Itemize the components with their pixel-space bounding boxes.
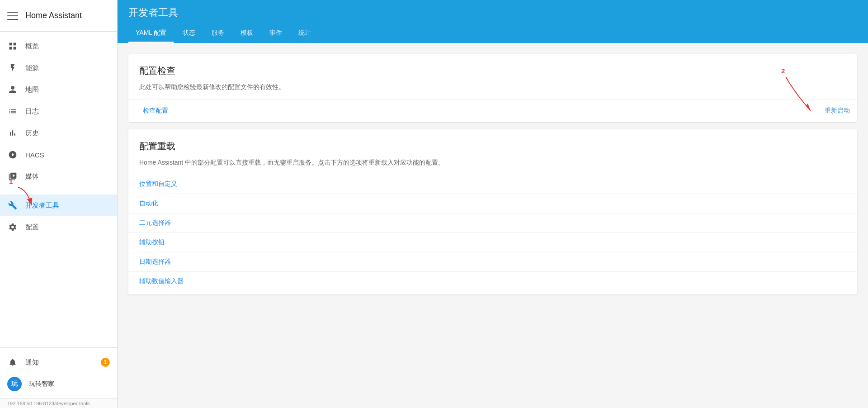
check-config-button[interactable]: 检查配置 [139,103,172,119]
config-reload-title: 配置重载 [139,140,846,152]
sidebar-item-logs[interactable]: 日志 [0,100,117,122]
tab-services[interactable]: 服务 [204,25,231,43]
sidebar-item-devtools[interactable]: 开发者工具 [0,195,117,216]
tab-states[interactable]: 状态 [175,25,203,43]
reload-item-5[interactable]: 辅助数值输入器 [128,272,857,291]
sidebar-item-history[interactable]: 历史 [0,122,117,144]
menu-icon[interactable] [7,10,18,21]
history-icon [7,128,18,138]
svg-rect-2 [9,47,12,50]
gear-icon [7,222,18,232]
tab-bar: YAML 配置 状态 服务 模板 事件 统计 [118,25,868,43]
person-icon [7,84,18,95]
avatar: 玩 [7,377,22,391]
sidebar-item-overview-label: 概览 [25,42,39,51]
reload-item-4[interactable]: 日期选择器 [128,252,857,272]
page-header: 开发者工具 [118,0,868,25]
reload-list: 位置和自定义 自动化 二元选择器 辅助按钮 日期选择器 辅助数值输入器 [128,175,857,294]
sidebar-item-devtools-label: 开发者工具 [25,201,59,210]
play-icon [7,171,18,182]
bolt-icon [7,62,18,73]
sidebar-item-media-label: 媒体 [25,172,39,181]
sidebar-header: Home Assistant [0,0,117,32]
tab-templates[interactable]: 模板 [233,25,260,43]
tab-statistics[interactable]: 统计 [291,25,318,43]
svg-rect-3 [14,47,16,50]
sidebar-item-energy-label: 能源 [25,64,39,72]
tab-events[interactable]: 事件 [262,25,289,43]
reload-item-2[interactable]: 二元选择器 [128,213,857,233]
content-area: 配置检查 此处可以帮助您检验最新修改的配置文件的有效性。 检查配置 2 [118,43,868,408]
sidebar-item-map-label: 地图 [25,85,39,94]
sidebar: Home Assistant 概览 能源 [0,0,118,408]
sidebar-item-history-label: 历史 [25,129,39,138]
app-title: Home Assistant [25,11,82,20]
sidebar-item-hacs-label: HACS [25,151,44,159]
reload-item-3[interactable]: 辅助按钮 [128,233,857,252]
user-label: 玩转智家 [29,380,54,388]
page-title: 开发者工具 [128,6,178,19]
status-bar: 192.168.50.186:8123/developer-tools [0,399,117,408]
sidebar-bottom: 通知 1 玩 玩转智家 [0,347,117,399]
reload-item-1[interactable]: 自动化 [128,194,857,213]
notification-badge: 1 [101,358,110,367]
sidebar-item-media[interactable]: 媒体 [0,166,117,187]
config-reload-card: 配置重载 Home Assistant 中的部分配置可以直接重载，而无需重启服务… [128,129,857,294]
tab-yaml[interactable]: YAML 配置 [128,25,174,43]
sidebar-user[interactable]: 玩 玩转智家 [0,373,117,395]
sidebar-item-hacs[interactable]: HACS [0,144,117,166]
bell-icon [7,357,18,368]
hacs-icon [7,149,18,160]
config-check-card: 配置检查 此处可以帮助您检验最新修改的配置文件的有效性。 检查配置 2 [128,54,857,122]
restart-area: 2 重新启动 [821,103,854,119]
sidebar-nav: 概览 能源 地图 [0,32,117,347]
config-reload-body: 配置重载 Home Assistant 中的部分配置可以直接重载，而无需重启服务… [128,129,857,175]
config-check-body: 配置检查 此处可以帮助您检验最新修改的配置文件的有效性。 [128,54,857,99]
list-icon [7,106,18,117]
config-check-desc: 此处可以帮助您检验最新修改的配置文件的有效性。 [139,82,846,92]
sidebar-item-notifications-label: 通知 [25,358,39,367]
wrench-icon [7,200,18,211]
grid-icon [7,41,18,52]
sidebar-item-energy[interactable]: 能源 [0,57,117,79]
sidebar-item-logs-label: 日志 [25,107,39,116]
reload-item-0[interactable]: 位置和自定义 [128,175,857,194]
config-check-title: 配置检查 [139,65,846,77]
config-check-actions: 检查配置 2 重新启动 [128,99,857,122]
restart-button[interactable]: 重新启动 [821,103,854,119]
sidebar-item-map[interactable]: 地图 [0,79,117,100]
sidebar-item-config-label: 配置 [25,223,39,232]
main-content: 开发者工具 YAML 配置 状态 服务 模板 事件 统计 配置检查 此处可以帮助… [118,0,868,408]
svg-rect-1 [14,43,16,46]
sidebar-item-overview[interactable]: 概览 [0,35,117,57]
sidebar-item-notifications[interactable]: 通知 1 [0,351,117,373]
svg-rect-0 [9,43,12,46]
config-reload-desc: Home Assistant 中的部分配置可以直接重载，而无需重启服务。点击下方… [139,158,846,167]
sidebar-item-config[interactable]: 配置 [0,216,117,238]
